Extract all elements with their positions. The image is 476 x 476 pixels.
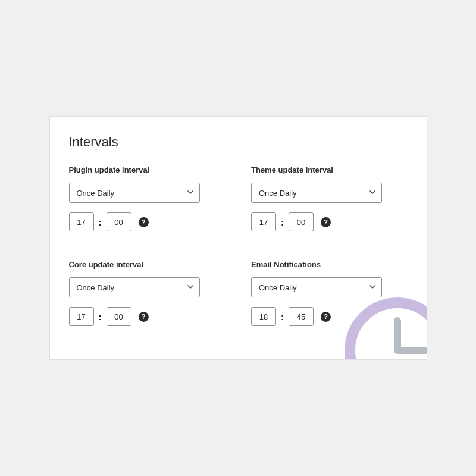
time-colon: : [99, 217, 102, 227]
plugin-hour-input[interactable] [69, 212, 94, 231]
email-interval-field: Email Notifications Once Daily : ? [251, 260, 408, 326]
help-icon[interactable]: ? [321, 217, 331, 227]
time-colon: : [281, 217, 284, 227]
core-interval-select-wrap: Once Daily [69, 277, 200, 298]
fields-grid: Plugin update interval Once Daily : ? Th… [69, 165, 408, 326]
plugin-interval-field: Plugin update interval Once Daily : ? [69, 165, 226, 231]
core-minute-input[interactable] [107, 307, 131, 326]
email-time-row: : ? [251, 307, 408, 326]
theme-interval-label: Theme update interval [251, 165, 408, 174]
time-colon: : [99, 312, 102, 322]
theme-minute-input[interactable] [289, 212, 314, 231]
plugin-interval-label: Plugin update interval [69, 165, 226, 174]
core-interval-field: Core update interval Once Daily : ? [69, 260, 226, 326]
email-minute-input[interactable] [289, 307, 314, 326]
core-interval-label: Core update interval [69, 260, 226, 269]
email-hour-input[interactable] [251, 307, 276, 326]
theme-interval-select-wrap: Once Daily [251, 183, 382, 203]
core-time-row: : ? [69, 307, 226, 326]
email-interval-select-wrap: Once Daily [251, 277, 382, 298]
theme-hour-input[interactable] [251, 212, 276, 231]
plugin-minute-input[interactable] [107, 212, 131, 231]
help-icon[interactable]: ? [139, 312, 149, 322]
email-interval-select[interactable]: Once Daily [251, 277, 382, 298]
time-colon: : [281, 312, 284, 322]
theme-interval-select[interactable]: Once Daily [251, 183, 382, 203]
plugin-interval-select[interactable]: Once Daily [69, 183, 200, 203]
plugin-time-row: : ? [69, 212, 226, 231]
theme-time-row: : ? [251, 212, 408, 231]
core-hour-input[interactable] [69, 307, 94, 326]
help-icon[interactable]: ? [139, 217, 149, 227]
help-icon[interactable]: ? [321, 312, 331, 322]
email-interval-label: Email Notifications [251, 260, 408, 269]
theme-interval-field: Theme update interval Once Daily : ? [251, 165, 408, 231]
plugin-interval-select-wrap: Once Daily [69, 183, 200, 203]
core-interval-select[interactable]: Once Daily [69, 277, 200, 298]
panel-title: Intervals [69, 134, 408, 150]
intervals-panel: Intervals Plugin update interval Once Da… [49, 116, 427, 360]
